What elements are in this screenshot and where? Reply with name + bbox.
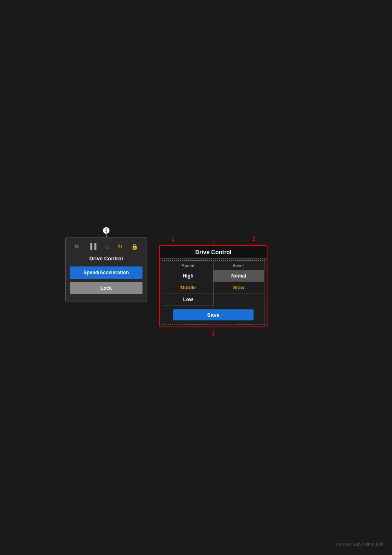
- lock-small-icon[interactable]: 🔒: [131, 243, 138, 250]
- lock-button[interactable]: Lock: [70, 282, 143, 294]
- toolbar: ⚙ ▐▐ ⌂ ↻ 🔒: [70, 242, 143, 251]
- accel-normal-item[interactable]: Nomal: [214, 270, 264, 282]
- ann-line-1: [214, 238, 214, 246]
- accel-slow-item[interactable]: Slow: [214, 282, 264, 294]
- drive-icon[interactable]: ↻: [118, 243, 122, 250]
- content-dashed-box: Speed High Middle Low Accel. Nomal Slow …: [162, 260, 265, 325]
- left-panel-title: Drive Control: [70, 255, 143, 262]
- left-drive-control-panel: ⚙ ▐▐ ⌂ ↻ 🔒 Drive Control Speed/Accelerat…: [65, 237, 147, 302]
- accel-column: Accel. Nomal Slow: [214, 262, 264, 306]
- annotation-1-right: 1: [172, 236, 174, 242]
- speed-column-header: Speed: [163, 262, 213, 270]
- speed-high-item[interactable]: High: [163, 270, 213, 282]
- settings-icon[interactable]: ⚙: [74, 243, 80, 250]
- speed-low-item[interactable]: Low: [163, 294, 213, 306]
- right-panel-title: Drive Control: [160, 246, 267, 259]
- signal-icon[interactable]: ▐▐: [88, 243, 96, 250]
- annotation-line-left: [106, 229, 107, 237]
- accel-column-header: Accel.: [214, 262, 264, 270]
- ann-line-3: [214, 327, 214, 336]
- right-drive-control-panel: Drive Control Speed High Middle Low Acce…: [159, 245, 267, 327]
- watermark: carmanualsonline.info: [336, 541, 384, 547]
- speed-middle-item[interactable]: Middle: [163, 282, 213, 294]
- save-button[interactable]: Save: [173, 309, 254, 320]
- annotation-2-right: 2: [252, 236, 255, 242]
- home-icon[interactable]: ⌂: [105, 243, 109, 250]
- speed-column: Speed High Middle Low: [163, 262, 214, 306]
- ann-line-2: [242, 238, 242, 246]
- speed-acceleration-button[interactable]: Speed/Acceleration: [70, 266, 143, 279]
- columns-container: Speed High Middle Low Accel. Nomal Slow: [163, 262, 264, 306]
